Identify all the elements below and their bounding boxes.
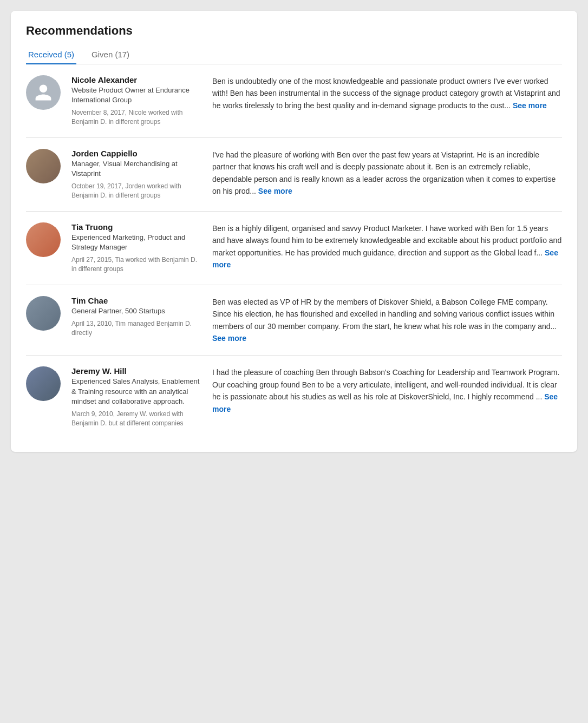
recommender-date: November 8, 2017, Nicole worked with Ben… xyxy=(71,108,201,127)
recommender-date: October 19, 2017, Jorden worked with Ben… xyxy=(71,182,201,200)
tab-given[interactable]: Given (17) xyxy=(89,45,132,64)
recommender-date: March 9, 2010, Jeremy W. worked with Ben… xyxy=(71,410,201,428)
recommender-info: Tia Truong Experienced Marketing, Produc… xyxy=(71,222,201,274)
recommendation-item: Tim Chae General Partner, 500 Startups A… xyxy=(26,285,562,356)
recommender-title: Experienced Sales Analysis, Enablement &… xyxy=(71,377,201,406)
recommender-name: Tia Truong xyxy=(71,222,201,232)
recommendation-text-col: Ben was elected as VP of HR by the membe… xyxy=(212,296,562,345)
recommender-title: General Partner, 500 Startups xyxy=(71,306,201,316)
recommender-info: Nicole Alexander Website Product Owner a… xyxy=(71,75,201,127)
see-more-link[interactable]: See more xyxy=(258,187,292,195)
recommendation-item: Jorden Cappiello Manager, Visual Merchan… xyxy=(26,138,562,212)
recommendation-text: I've had the pleasure of working with Be… xyxy=(212,149,562,198)
see-more-link[interactable]: See more xyxy=(212,334,246,343)
recommendation-text-col: Ben is a highly diligent, organised and … xyxy=(212,222,562,274)
recommendation-text-col: I've had the pleasure of working with Be… xyxy=(212,149,562,200)
recommender-info: Jorden Cappiello Manager, Visual Merchan… xyxy=(71,149,201,200)
person-icon xyxy=(34,83,53,102)
recommendation-text: I had the pleasure of coaching Ben throu… xyxy=(212,366,562,415)
recommendations-card: Recommendations Received (5) Given (17) … xyxy=(11,11,577,452)
recommendation-item: Jeremy W. Hill Experienced Sales Analysi… xyxy=(26,356,562,438)
recommendation-text: Ben was elected as VP of HR by the membe… xyxy=(212,296,562,345)
recommender-title: Experienced Marketing, Product and Strat… xyxy=(71,233,201,252)
avatar xyxy=(26,366,61,401)
avatar xyxy=(26,75,61,110)
recommender-name: Jorden Cappiello xyxy=(71,149,201,158)
section-title: Recommendations xyxy=(26,24,562,38)
recommender-date: April 27, 2015, Tia worked with Benjamin… xyxy=(71,255,201,274)
avatar xyxy=(26,222,61,257)
recommendation-text-col: Ben is undoubtedly one of the most knowl… xyxy=(212,75,562,127)
recommender-info: Tim Chae General Partner, 500 Startups A… xyxy=(71,296,201,345)
avatar xyxy=(26,296,61,331)
recommendation-item: Tia Truong Experienced Marketing, Produc… xyxy=(26,212,562,285)
recommender-date: April 13, 2010, Tim managed Benjamin D. … xyxy=(71,319,201,338)
recommender-name: Nicole Alexander xyxy=(71,75,201,84)
recommendation-text: Ben is undoubtedly one of the most knowl… xyxy=(212,75,562,111)
see-more-link[interactable]: See more xyxy=(513,101,547,110)
recommender-name: Jeremy W. Hill xyxy=(71,366,201,376)
recommendation-text-col: I had the pleasure of coaching Ben throu… xyxy=(212,366,562,428)
tab-received[interactable]: Received (5) xyxy=(26,45,76,64)
recommendation-text: Ben is a highly diligent, organised and … xyxy=(212,222,562,271)
recommendations-list: Nicole Alexander Website Product Owner a… xyxy=(26,64,562,439)
recommender-title: Website Product Owner at Endurance Inter… xyxy=(71,86,201,105)
recommender-name: Tim Chae xyxy=(71,296,201,305)
avatar xyxy=(26,149,61,183)
recommender-info: Jeremy W. Hill Experienced Sales Analysi… xyxy=(71,366,201,428)
recommendation-item: Nicole Alexander Website Product Owner a… xyxy=(26,64,562,138)
recommender-title: Manager, Visual Merchandising at Vistapr… xyxy=(71,159,201,179)
tabs-container: Received (5) Given (17) xyxy=(26,45,562,64)
